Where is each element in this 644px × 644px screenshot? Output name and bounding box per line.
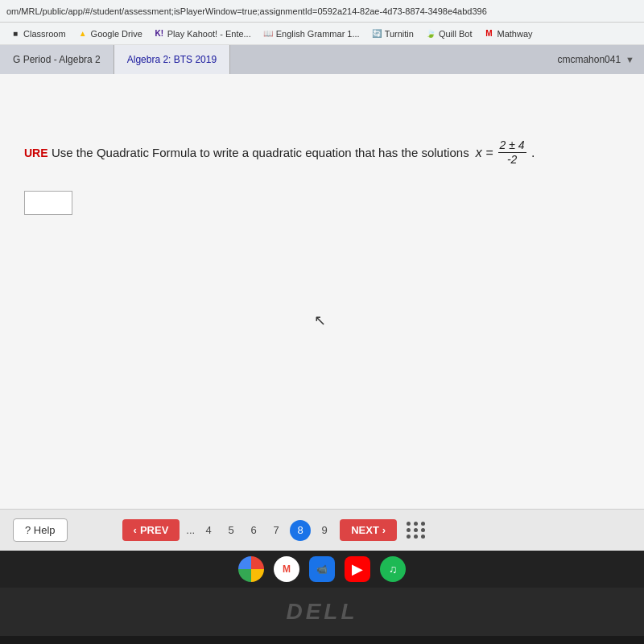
dot-2 <box>414 522 418 526</box>
bookmark-grammar-label: English Grammar 1... <box>276 29 360 39</box>
dot-5 <box>414 528 418 532</box>
taskbar-youtube[interactable]: ▶ <box>345 556 370 582</box>
page-5[interactable]: 5 <box>222 521 240 539</box>
page-numbers: ... 4 5 6 7 8 9 <box>186 520 333 541</box>
help-label: ? Help <box>25 524 56 536</box>
tab-dropdown-button[interactable]: ▼ <box>625 55 634 64</box>
fraction: 2 ± 4 -2 <box>498 138 526 167</box>
bookmark-kahoot-label: Play Kahoot! - Ente... <box>167 29 251 39</box>
grid-view-button[interactable] <box>403 518 429 542</box>
mathway-icon: M <box>484 28 495 39</box>
ellipsis: ... <box>186 524 195 536</box>
dell-area: DELL <box>0 588 644 636</box>
dot-6 <box>421 528 425 532</box>
quillbot-icon: 🍃 <box>425 28 436 39</box>
kahoot-icon: K! <box>154 28 165 39</box>
fraction-numerator: 2 ± 4 <box>498 138 526 153</box>
bookmark-quillbot-label: Quill Bot <box>439 29 473 39</box>
prev-label: PREV <box>140 524 168 536</box>
next-arrow: › <box>382 524 386 536</box>
tab-g-period[interactable]: G Period - Algebra 2 <box>0 45 114 74</box>
fraction-denominator: -2 <box>506 153 518 167</box>
page-9[interactable]: 9 <box>316 521 333 539</box>
taskbar: M 📹 ▶ ♫ <box>0 551 644 588</box>
page-6[interactable]: 6 <box>245 521 262 539</box>
url-text: om/MRL/public/app/#/student/assessment;i… <box>6 6 487 16</box>
help-button[interactable]: ? Help <box>13 518 68 542</box>
tab-algebra-bts-label: Algebra 2: BTS 2019 <box>127 54 217 65</box>
prev-arrow: ‹ <box>134 524 137 536</box>
next-label: NEXT <box>351 524 379 536</box>
question-text: Use the Quadratic Formula to write a qua… <box>52 146 473 159</box>
taskbar-gmail[interactable]: M <box>274 556 299 582</box>
dot-3 <box>421 522 425 526</box>
main-content: URE Use the Quadratic Formula to write a… <box>0 74 644 509</box>
bookmark-classroom-label: Classroom <box>23 29 66 39</box>
classroom-icon: ■ <box>10 28 21 39</box>
bookmark-turnitin-label: Turnitin <box>385 29 414 39</box>
mouse-cursor: ↖ <box>314 312 326 329</box>
hardware-bar <box>0 636 644 644</box>
tab-strip: G Period - Algebra 2 Algebra 2: BTS 2019… <box>0 45 644 74</box>
dot-1 <box>407 522 411 526</box>
bookmark-classroom[interactable]: ■ Classroom <box>5 27 71 41</box>
bottom-nav: ? Help ‹ PREV ... 4 5 6 7 8 9 NEXT › <box>0 509 644 551</box>
page-7[interactable]: 7 <box>267 521 285 539</box>
page-4[interactable]: 4 <box>200 521 217 539</box>
answer-input-box[interactable] <box>24 191 72 215</box>
page-8[interactable]: 8 <box>290 520 311 541</box>
bookmarks-bar: ■ Classroom ▲ Google Drive K! Play Kahoo… <box>0 23 644 45</box>
prev-button[interactable]: ‹ PREV <box>122 519 180 541</box>
grammar-icon: 📖 <box>262 28 274 39</box>
tab-user-label: cmcmahon041 <box>557 54 621 65</box>
taskbar-spotify[interactable]: ♫ <box>380 556 406 582</box>
tab-algebra-bts[interactable]: Algebra 2: BTS 2019 <box>114 45 230 74</box>
math-x-equals: x = <box>476 142 493 163</box>
tab-user[interactable]: cmcmahon041 ▼ <box>547 45 644 74</box>
bookmark-quillbot[interactable]: 🍃 Quill Bot <box>420 27 477 41</box>
question-label: URE <box>24 147 48 159</box>
tab-g-period-label: G Period - Algebra 2 <box>13 54 101 65</box>
dot-9 <box>421 535 425 539</box>
dot-8 <box>414 535 418 539</box>
dot-7 <box>407 535 411 539</box>
dot-4 <box>407 528 411 532</box>
bookmark-turnitin[interactable]: 🔄 Turnitin <box>366 27 419 41</box>
bookmark-mathway-label: Mathway <box>497 29 533 39</box>
question-area: URE Use the Quadratic Formula to write a… <box>24 138 620 167</box>
taskbar-chrome[interactable] <box>238 556 264 582</box>
drive-icon: ▲ <box>77 28 89 39</box>
next-button[interactable]: NEXT › <box>340 519 397 541</box>
bookmark-kahoot[interactable]: K! Play Kahoot! - Ente... <box>149 27 256 41</box>
bookmark-mathway[interactable]: M Mathway <box>479 27 538 41</box>
bookmark-drive[interactable]: ▲ Google Drive <box>72 27 147 41</box>
bookmark-grammar[interactable]: 📖 English Grammar 1... <box>258 27 365 41</box>
taskbar-meet[interactable]: 📹 <box>309 556 335 582</box>
dell-logo: DELL <box>286 599 357 625</box>
turnitin-icon: 🔄 <box>371 28 382 39</box>
question-period: . <box>531 146 535 159</box>
url-bar[interactable]: om/MRL/public/app/#/student/assessment;i… <box>0 0 644 23</box>
bookmark-drive-label: Google Drive <box>91 29 142 39</box>
math-expression: x = 2 ± 4 -2 <box>476 138 528 167</box>
